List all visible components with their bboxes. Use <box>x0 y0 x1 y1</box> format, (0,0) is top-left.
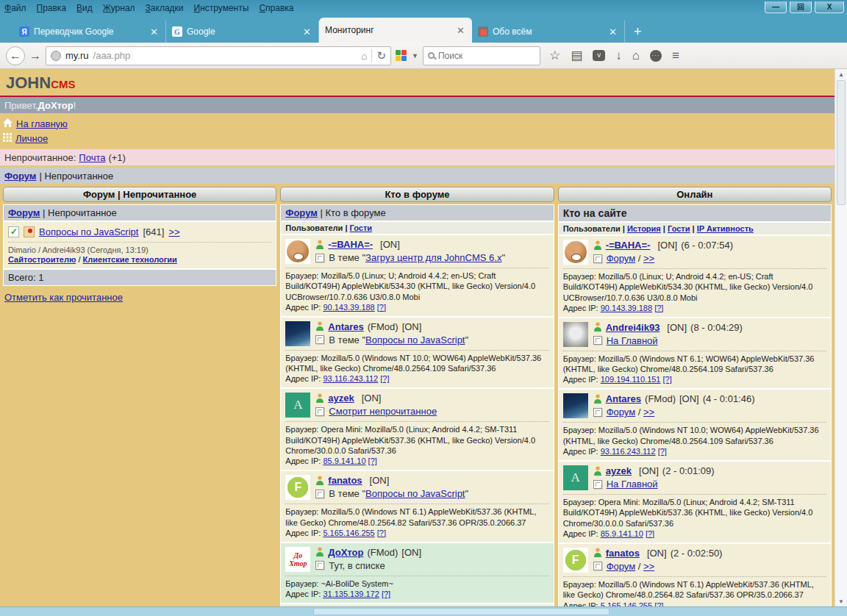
reader-mode-icon[interactable]: ⌂ <box>361 50 367 62</box>
user-avatar[interactable] <box>563 393 588 418</box>
reload-button[interactable]: ↻ <box>371 49 386 62</box>
ip-help-link[interactable]: [?] <box>663 375 672 384</box>
minimize-button[interactable]: — <box>765 1 787 13</box>
user-avatar[interactable] <box>285 239 310 264</box>
ip-help-link[interactable]: [?] <box>654 601 663 606</box>
activity-link[interactable]: >> <box>643 407 654 418</box>
restore-button[interactable]: 回 <box>790 1 812 13</box>
browser-tab[interactable]: ЯПереводчик Google✕ <box>13 21 166 43</box>
bookmark-star-icon[interactable]: ☆ <box>549 49 560 62</box>
ip-address-link[interactable]: 93.116.243.112 <box>323 374 378 383</box>
horizontal-scroll-thumb[interactable] <box>313 608 610 615</box>
user-avatar[interactable]: A <box>285 393 310 418</box>
vertical-scrollbar[interactable]: ▲ ▼ <box>835 69 847 606</box>
back-button[interactable]: ← <box>6 46 25 65</box>
activity-link[interactable]: На Главной <box>607 479 658 490</box>
ip-help-link[interactable]: [?] <box>380 374 389 383</box>
new-tab-button[interactable]: + <box>625 24 651 43</box>
activity-link[interactable]: Форум <box>607 561 636 572</box>
contact-checkbox-icon[interactable] <box>593 408 602 417</box>
horizontal-scrollbar[interactable] <box>0 606 847 616</box>
topic-last-post-link[interactable]: >> <box>168 226 179 237</box>
url-bar[interactable]: my.ru/aaa.php ⌂ ↻ <box>46 46 391 65</box>
activity-link[interactable]: >> <box>643 253 654 264</box>
forward-button[interactable]: → <box>29 50 41 62</box>
vertical-scroll-thumb[interactable] <box>837 80 846 205</box>
contact-checkbox-icon[interactable] <box>593 254 602 263</box>
breadcrumb-forum-link[interactable]: Форум <box>4 171 36 182</box>
menu-item[interactable]: Закладки <box>146 3 184 13</box>
filter-tab-link[interactable]: Гости <box>350 223 373 232</box>
ip-address-link[interactable]: 5.165.146.255 <box>323 529 374 537</box>
filter-tab-link[interactable]: IP Активность <box>697 224 754 233</box>
activity-link[interactable]: Вопросы по JavaScript <box>365 488 465 499</box>
user-avatar[interactable] <box>285 321 310 346</box>
activity-link[interactable]: Форум <box>607 407 636 418</box>
ip-address-link[interactable]: 31.135.139.172 <box>323 590 379 598</box>
activity-link[interactable]: Форум <box>607 253 636 264</box>
contact-checkbox-icon[interactable] <box>315 335 324 344</box>
search-box[interactable] <box>423 46 540 65</box>
hello-chat-icon[interactable]: ··· <box>650 50 662 62</box>
forum-link[interactable]: Форум <box>8 207 40 218</box>
activity-link[interactable]: Смотрит непрочитанное <box>329 406 437 417</box>
filter-tab-link[interactable]: Гости <box>668 224 690 233</box>
contact-checkbox-icon[interactable] <box>593 562 602 570</box>
username-link[interactable]: fanatos <box>606 548 640 559</box>
username-link[interactable]: fanatos <box>328 475 362 486</box>
user-avatar[interactable]: До Хтор <box>285 547 310 572</box>
scroll-down-arrow[interactable]: ▼ <box>835 596 847 606</box>
mark-all-read-link[interactable]: Отметить как прочитанное <box>4 292 123 303</box>
tab-close-icon[interactable]: ✕ <box>149 26 160 37</box>
ip-help-link[interactable]: [?] <box>658 447 667 456</box>
user-avatar[interactable]: A <box>563 465 588 490</box>
close-button[interactable]: X <box>815 1 844 13</box>
contact-checkbox-icon[interactable] <box>315 490 324 498</box>
menu-item[interactable]: Вид <box>76 3 93 13</box>
ip-help-link[interactable]: [?] <box>377 303 386 312</box>
dropdown-caret-icon[interactable]: ▼ <box>412 52 418 60</box>
activity-link[interactable]: Загруз центр для JohnCMS 6.x <box>365 252 501 263</box>
home-button-icon[interactable]: ⌂ <box>632 49 640 62</box>
ip-address-link[interactable]: 109.194.110.151 <box>601 375 661 384</box>
ip-help-link[interactable]: [?] <box>654 304 663 312</box>
username-link[interactable]: Andrei4ik93 <box>606 322 660 333</box>
search-input[interactable] <box>438 51 535 61</box>
ip-address-link[interactable]: 5.165.146.255 <box>601 601 652 606</box>
contact-checkbox-icon[interactable] <box>593 480 602 489</box>
ip-address-link[interactable]: 90.143.39.188 <box>601 304 652 312</box>
browser-tab[interactable]: GGoogle✕ <box>166 21 319 43</box>
bookmarks-sidebar-icon[interactable]: ▤ <box>571 49 582 62</box>
ip-help-link[interactable]: [?] <box>382 590 390 598</box>
menu-item[interactable]: Правка <box>37 3 67 13</box>
user-avatar[interactable]: F <box>285 475 310 500</box>
username-link[interactable]: -=ВАНА=- <box>328 239 373 250</box>
scroll-up-arrow[interactable]: ▲ <box>835 69 847 79</box>
ip-address-link[interactable]: 93.116.243.112 <box>601 447 656 456</box>
ip-help-link[interactable]: [?] <box>368 456 377 465</box>
username-link[interactable]: ayzek <box>606 465 632 476</box>
menu-item[interactable]: Инструменты <box>194 3 249 13</box>
menu-item[interactable]: Журнал <box>103 3 135 13</box>
pocket-icon[interactable]: ˅ <box>593 50 605 61</box>
site-nav-link[interactable]: На главную <box>16 118 68 129</box>
ip-address-link[interactable]: 85.9.141.10 <box>323 456 365 465</box>
ip-help-link[interactable]: [?] <box>377 529 386 537</box>
contact-checkbox-icon[interactable] <box>315 561 324 570</box>
username-link[interactable]: ayzek <box>328 393 354 404</box>
site-nav-link[interactable]: Личное <box>15 133 48 144</box>
ip-address-link[interactable]: 85.9.141.10 <box>601 529 643 538</box>
menu-item[interactable]: Файл <box>4 3 26 13</box>
user-avatar[interactable]: F <box>563 548 588 573</box>
subcategory-link[interactable]: Клиентские технологии <box>83 255 177 264</box>
forum-link[interactable]: Форум <box>285 207 317 218</box>
username-link[interactable]: Antares <box>328 321 363 332</box>
topic-link[interactable]: Вопросы по JavaScript <box>39 226 138 237</box>
user-avatar[interactable] <box>563 322 588 347</box>
filter-tab-link[interactable]: История <box>627 224 661 233</box>
bookmarks-grid-icon[interactable] <box>396 50 407 62</box>
menu-item[interactable]: Справка <box>259 3 293 13</box>
username-link[interactable]: ДоХтор <box>328 547 363 558</box>
contact-checkbox-icon[interactable] <box>315 254 324 262</box>
browser-tab[interactable]: ▦Обо всём✕ <box>472 21 625 43</box>
